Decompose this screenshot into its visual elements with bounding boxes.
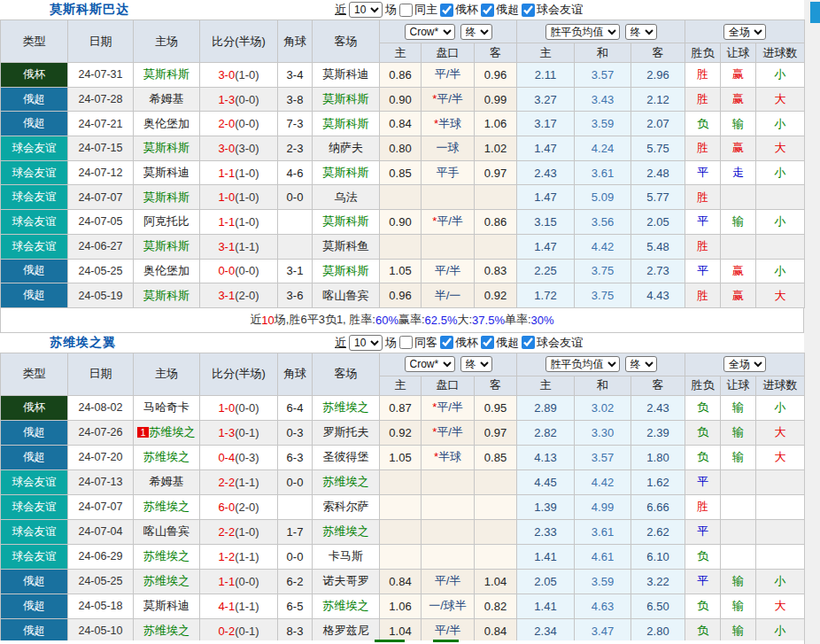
cup-checkbox[interactable]	[440, 4, 453, 17]
avg-final-select[interactable]: 终	[625, 24, 657, 40]
match-date: 24-07-15	[68, 136, 134, 161]
avg-away-odds: 2.62	[631, 519, 685, 544]
result-goals: 小	[756, 569, 805, 594]
league-label: 俄超	[496, 2, 519, 18]
avg-draw-odds: 3.75	[575, 259, 631, 283]
league-checkbox[interactable]	[481, 4, 494, 17]
home-odds: 0.85	[380, 160, 422, 185]
friendly-label-2: 球会友谊	[537, 335, 583, 351]
result-wdl: 胜	[685, 234, 721, 259]
match-type-badge: 球会友谊	[1, 136, 68, 161]
handicap-line: *平/半	[422, 420, 475, 445]
league-checkbox-2[interactable]	[481, 336, 494, 349]
odds-company-select-2[interactable]: Crow*	[405, 356, 455, 372]
col-handicap-result: 让球	[721, 376, 756, 395]
corner-score: 2-3	[278, 136, 313, 161]
home-team: 希姆基	[134, 87, 200, 112]
avg-select[interactable]: 胜平负均值	[545, 24, 620, 40]
home-team: 奥伦堡加	[134, 259, 200, 283]
result-goals	[756, 544, 805, 569]
avg-final-select-2[interactable]: 终	[625, 356, 657, 372]
result-wdl: 负	[685, 445, 721, 469]
avg-home-odds: 1.47	[517, 234, 575, 259]
fullmatch-select[interactable]: 全场	[723, 24, 766, 40]
match-row: 俄超24-05-25奥伦堡加0-0(0-0)3-1莫斯科斯1.05平/半0.83…	[1, 259, 805, 283]
home-odds: 0.80	[380, 136, 422, 161]
summary-handicap-rate: 62.5%	[425, 314, 458, 327]
fullmatch-header: 全场	[685, 353, 805, 376]
match-date: 24-07-07	[68, 494, 134, 519]
col-avg-away: 客	[631, 376, 685, 395]
handicap-line: 半/一	[422, 283, 475, 308]
avg-draw-odds: 3.59	[575, 112, 631, 136]
near-count-select-2[interactable]: 10	[349, 335, 383, 351]
avg-home-odds: 2.82	[517, 420, 575, 445]
near-count-select[interactable]: 10	[349, 2, 383, 18]
fullmatch-select-2[interactable]: 全场	[723, 356, 766, 372]
result-goals	[756, 234, 805, 259]
corner-score: 0-3	[278, 420, 313, 445]
avg-away-odds: 3.22	[631, 569, 685, 594]
corner-score: 6-5	[278, 594, 313, 618]
avg-draw-odds: 4.63	[575, 594, 631, 618]
home-team: 莫斯科斯	[134, 283, 200, 308]
corner-score: 3-4	[278, 63, 313, 88]
avg-home-odds: 1.72	[517, 283, 575, 308]
avg-home-odds: 3.17	[517, 112, 575, 136]
col-corner: 角球	[278, 353, 313, 395]
odds-company-header: Crow* 终	[380, 20, 517, 43]
same-away-checkbox-group: 同客	[399, 335, 437, 351]
result-wdl: 负	[685, 594, 721, 618]
same-away-checkbox[interactable]	[399, 336, 413, 349]
result-wdl: 平	[685, 210, 721, 235]
match-type-badge: 球会友谊	[1, 544, 68, 569]
home-team: 苏维埃之	[134, 569, 200, 594]
corner-score: 1-7	[278, 519, 313, 544]
home-team: 莫斯科斯	[134, 234, 200, 259]
same-home-checkbox[interactable]	[399, 4, 413, 17]
cup-checkbox-group-2: 俄杯	[440, 335, 478, 351]
result-handicap: 赢	[721, 63, 756, 88]
away-team: 莫斯科鱼	[313, 234, 380, 259]
match-row: 俄超24-07-28希姆基1-3(0-0)3-8莫斯科斯0.90*平/半0.99…	[1, 87, 805, 112]
avg-home-odds: 1.41	[517, 544, 575, 569]
match-type-badge: 俄杯	[1, 63, 68, 88]
match-date: 24-08-02	[68, 395, 134, 420]
scrollbar-thumb[interactable]	[810, 2, 820, 23]
avg-header: 胜平负均值 终	[517, 20, 685, 43]
same-home-label: 同主	[414, 2, 437, 18]
odds-final-select[interactable]: 终	[460, 24, 492, 40]
avg-select-2[interactable]: 胜平负均值	[545, 356, 620, 372]
avg-header: 胜平负均值 终	[517, 353, 685, 376]
summary-label-big: 大:	[457, 312, 472, 328]
friendly-checkbox-group: 球会友谊	[522, 2, 583, 18]
result-handicap: 输	[721, 594, 756, 618]
col-type: 类型	[1, 20, 68, 63]
match-row: 俄超24-05-18莫斯科迪4-1(1-1)6-5苏维埃之1.06一/球半0.8…	[1, 594, 805, 618]
near-link[interactable]: 近	[335, 2, 346, 18]
odds-final-select-2[interactable]: 终	[460, 356, 492, 372]
cup-checkbox-2[interactable]	[440, 336, 453, 349]
near-link-2[interactable]: 近	[335, 335, 346, 351]
friendly-checkbox-2[interactable]	[522, 336, 535, 349]
away-odds	[475, 544, 517, 569]
match-date: 24-07-04	[68, 519, 134, 544]
avg-away-odds: 2.73	[631, 259, 685, 283]
home-team: 希姆基	[134, 469, 200, 494]
home-odds: 0.90	[380, 87, 422, 112]
handicap-line	[422, 494, 475, 519]
result-goals	[756, 185, 805, 210]
handicap-line: 一球	[422, 136, 475, 161]
match-row: 俄杯24-08-02马哈奇卡1-0(0-0)6-4苏维埃之0.87*平/半0.9…	[1, 395, 805, 420]
corner-score: 0-0	[278, 544, 313, 569]
away-odds: 0.92	[475, 283, 517, 308]
avg-away-odds: 6.10	[631, 544, 685, 569]
friendly-checkbox[interactable]	[522, 4, 535, 17]
away-team: 莫斯科斯	[313, 210, 380, 235]
result-wdl: 胜	[685, 283, 721, 308]
score-halfscore: 3-0(3-0)	[200, 136, 278, 161]
odds-company-select[interactable]: Crow*	[405, 24, 455, 40]
avg-draw-odds: 3.75	[575, 283, 631, 308]
away-team: 诺夫哥罗	[313, 569, 380, 594]
match-date: 24-05-25	[68, 259, 134, 283]
